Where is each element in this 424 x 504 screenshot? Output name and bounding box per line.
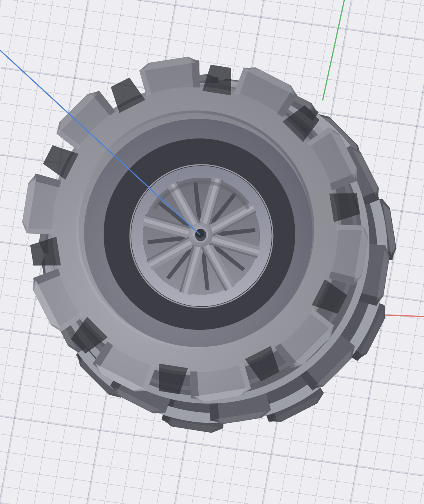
y-axis-line — [323, 0, 344, 100]
cad-viewport[interactable] — [0, 0, 424, 504]
wheel-model[interactable] — [22, 56, 396, 433]
axle-hole-shadow — [196, 229, 204, 238]
scene-canvas[interactable] — [0, 0, 424, 504]
x-axis-line — [384, 315, 424, 317]
